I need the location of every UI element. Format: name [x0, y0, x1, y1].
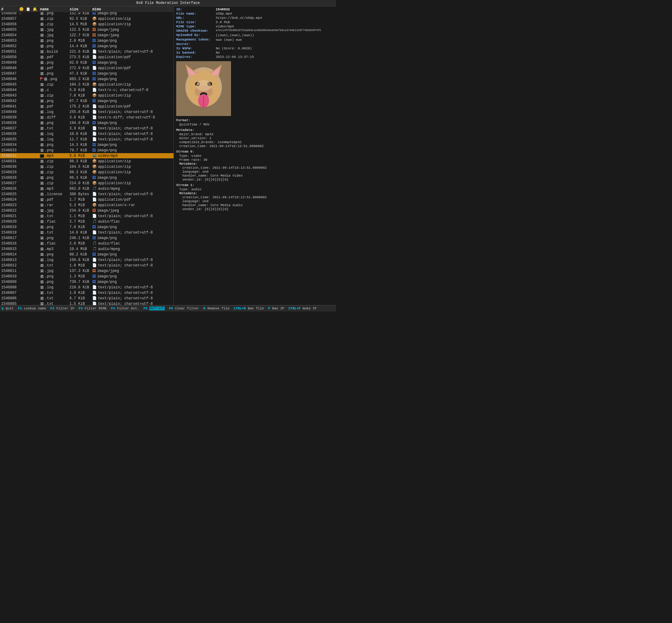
table-row[interactable]: 1548826 🖼.mp3 862.0 KiB 🎵audio/mpeg — [0, 186, 174, 191]
cell-id: 1548846 — [0, 77, 18, 82]
table-row[interactable]: 1548852 🖼.png 14.4 KiB 🖼image/png — [0, 43, 174, 49]
table-row[interactable]: 1548807 🖼.txt 1.8 KiB 📄text/plain; chars… — [0, 290, 174, 296]
table-row[interactable]: 1548835 🖼.log 11.7 KiB 📄text/plain; char… — [0, 137, 174, 142]
cell-id: 1548813 — [0, 257, 18, 263]
table-row[interactable]: 1548820 🖼.flac 2.7 MiB 🎵audio/flac — [0, 219, 174, 225]
table-row[interactable]: 1548854 🖼.jpg 122.7 KiB 🖼image/jpeg — [0, 33, 174, 38]
table-row[interactable]: 1548849 🖼.png 82.0 KiB 🖼image/png — [0, 60, 174, 65]
table-row[interactable]: 1548821 🖼.txt 1.1 MiB 📄text/plain; chars… — [0, 213, 174, 219]
stream1-meta-header: Metadata: — [179, 191, 334, 195]
bottom-btn-r[interactable]: R Remove file — [203, 306, 231, 310]
metadata-block: major_brand: mp42 minor_version: 1 compa… — [179, 132, 334, 148]
cell-id: 1548810 — [0, 274, 18, 279]
cell-mime: 📄text/plain; charset=utf-8 — [91, 285, 174, 290]
detail-nsfw-label: Is NSFW: — [176, 47, 216, 50]
cell-mime: 📦application/zip — [91, 170, 174, 175]
table-row[interactable]: 1548839 🖼.diff 3.8 KiB 📄text/x-diff; cha… — [0, 115, 174, 120]
bottom-btn-p[interactable]: P Ban IP — [267, 306, 285, 310]
table-row[interactable]: 1548823 🖼.rar 5.3 MiB 📦application/x-rar — [0, 203, 174, 208]
table-row[interactable]: 1548833 🖼.png 79.7 KiB 🖼image/png — [0, 148, 174, 153]
cell-icons — [18, 290, 38, 296]
cell-mime: 📄text/plain; charset=utf-8 — [91, 213, 174, 219]
bottom-btn-f2[interactable]: F2 Filter IP — [49, 306, 75, 310]
table-row[interactable]: 1548850 🖼.pdf 273.5 KiB 📄application/pdf — [0, 55, 174, 60]
file-list[interactable]: # 😊 📋 🔔 name size mime 1548861 😊 🖼.png 7… — [0, 6, 174, 305]
table-row[interactable]: 1548845 🖼.zip 104.3 KiB 📦application/zip — [0, 82, 174, 87]
bottom-btn-f6[interactable]: F6 Clear filter — [168, 306, 200, 310]
detail-filesize-label: File size: — [176, 21, 216, 24]
bottom-btn-ctrl-r[interactable]: CTRL+R Ban file — [233, 306, 265, 310]
cell-mime: 🖼image/png — [91, 43, 174, 49]
table-row[interactable]: 1548847 🖼.png 47.3 KiB 🖼image/png — [0, 71, 174, 77]
cell-icons — [18, 159, 38, 164]
table-row[interactable]: 1548837 🖼.txt 3.9 KiB 📄text/plain; chars… — [0, 126, 174, 131]
table-row[interactable]: 1548813 🖼.log 156.8 KiB 📄text/plain; cha… — [0, 257, 174, 263]
table-row[interactable]: 1548824 🖼.pdf 1.7 MiB 📄application/pdf — [0, 197, 174, 203]
table-row[interactable]: 1548853 🖼.png 2.0 MiB 🖼image/png — [0, 38, 174, 43]
table-row[interactable]: 1548838 🖼.png 194.0 KiB 🖼image/png — [0, 120, 174, 126]
file-table: # 😊 📋 🔔 name size mime 1548861 😊 🖼.png 7… — [0, 6, 174, 305]
table-row[interactable]: 1548825 🖼.license 380 Bytes 📄text/plain;… — [0, 191, 174, 197]
detail-url-value: https://0x0.st/o58p.mp4 — [216, 16, 262, 20]
bottom-btn-f1[interactable]: F1 Lookup name — [17, 306, 47, 310]
table-row[interactable]: 1548818 🖼.txt 14.0 KiB 📄text/plain; char… — [0, 230, 174, 235]
cell-id: 1548808 — [0, 285, 18, 290]
table-row[interactable]: 1548827 🖼.zip 214.0 KiB 📦application/zip — [0, 181, 174, 186]
cell-mime: 📦application/zip — [91, 82, 174, 87]
cell-mime: 🖼image/jpeg — [91, 27, 174, 33]
table-row[interactable]: 1548843 🖼.zip 7.8 KiB 📦application/zip — [0, 93, 174, 98]
table-row[interactable]: 1548808 🖼.log 210.8 KiB 📄text/plain; cha… — [0, 285, 174, 290]
table-row[interactable]: 1548829 🖼.zip 98.3 KiB 📦application/zip — [0, 170, 174, 175]
cell-icons — [18, 175, 38, 181]
bottom-btn-ctrl-p[interactable]: CTRL+P Nuke IP — [287, 306, 317, 310]
bottom-btn-q[interactable]: Q Quit — [1, 306, 14, 310]
cell-id: 1548824 — [0, 197, 18, 203]
table-row[interactable]: 1548848 🖼.pdf 272.9 KiB 📄application/pdf — [0, 65, 174, 71]
cell-id: 1548835 — [0, 137, 18, 142]
cell-size: 221.6 KiB — [68, 49, 91, 55]
table-row[interactable]: 1548809 🖼.png 739.7 KiB 🖼image/png — [0, 279, 174, 285]
stream0-vendor-id: vendor_id: [0][0][0][0] — [182, 178, 334, 181]
cell-icons — [18, 60, 38, 65]
col-header-size: size — [68, 6, 91, 12]
table-row[interactable]: 1548814 🖼.png 80.2 KiB 🖼image/png — [0, 252, 174, 257]
table-row[interactable]: 1548834 🖼.png 14.3 KiB 🖼image/png — [0, 142, 174, 148]
table-row[interactable]: 1548832 🖼.mp4 5.0 MiB 📹video/mp4 — [0, 153, 174, 159]
detail-filename-value: o58p.mp4 — [216, 12, 232, 16]
cell-size: 1.0 MiB — [68, 263, 91, 268]
table-row[interactable]: 1548856 🖼.zip 14.5 MiB 📦application/zip — [0, 22, 174, 27]
table-row[interactable]: 1548805 🖼.txt 1.5 KiB 📄text/plain; chars… — [0, 301, 174, 305]
table-row[interactable]: 1548815 🖼.mp3 10.4 MiB 🎵audio/mpeg — [0, 246, 174, 252]
bottom-btn-f4[interactable]: F4 Filter Ext. — [110, 306, 140, 310]
cell-icons — [18, 213, 38, 219]
table-row[interactable]: 1548851 🖼.build 221.6 KiB 📄text/plain; c… — [0, 49, 174, 55]
table-row[interactable]: 1548812 🖼.txt 1.0 MiB 📄text/plain; chars… — [0, 263, 174, 268]
table-row[interactable]: 1548831 🖼.zip 98.3 KiB 📦application/zip — [0, 159, 174, 164]
table-row[interactable]: 1548841 🖼.pdf 175.2 KiB 📄application/pdf — [0, 104, 174, 109]
table-row[interactable]: 1548819 🖼.png 7.8 KiB 🖼image/png — [0, 225, 174, 230]
meta-creation-time: creation_time: 2021-09-14T16:13:51.00000… — [179, 144, 334, 148]
cell-size: 1.5 KiB — [68, 301, 91, 305]
table-row[interactable]: 1548842 🖼.png 67.7 KiB 🖼image/png — [0, 98, 174, 104]
cell-id: 1548837 — [0, 126, 18, 131]
table-row[interactable]: 1548830 🖼.zip 164.5 KiB 📦application/zip — [0, 164, 174, 170]
table-row[interactable]: 1548816 🖼.flac 2.6 MiB 🎵audio/flac — [0, 241, 174, 246]
table-row[interactable]: 1548811 🖼.jpg 137.3 KiB 🖼image/jpeg — [0, 268, 174, 274]
cell-id: 1548812 — [0, 263, 18, 268]
table-row[interactable]: 1548817 🖼.png 248.1 KiB 🖼image/png — [0, 235, 174, 241]
table-row[interactable]: 1548810 🖼.png 1.3 MiB 🖼image/png — [0, 274, 174, 279]
bottom-btn-f3[interactable]: F3 Filter MIME — [78, 306, 108, 310]
table-row[interactable]: 1548857 🖼.zip 92.5 KiB 📦application/zip — [0, 16, 174, 22]
bottom-btn-f5[interactable]: F5 Refresh — [143, 306, 165, 310]
cell-icons — [18, 263, 38, 268]
table-row[interactable]: 1548836 🖼.log 10.8 KiB 📄text/plain; char… — [0, 131, 174, 137]
cell-size: 92.5 KiB — [68, 16, 91, 22]
table-row[interactable]: 1548806 🖼.txt 6.7 KiB 📄text/plain; chars… — [0, 296, 174, 301]
cell-id: 1548820 — [0, 219, 18, 225]
table-row[interactable]: 1548855 🖼.jpg 122.5 KiB 🖼image/jpeg — [0, 27, 174, 33]
table-row[interactable]: 1548846 🚩🖼.png 883.3 KiB 🖼image/png — [0, 77, 174, 82]
table-row[interactable]: 1548844 🖼.c 5.8 KiB 📄text/x-c; charset=u… — [0, 87, 174, 93]
table-row[interactable]: 1548828 🖼.png 96.3 KiB 🖼image/png — [0, 175, 174, 181]
table-row[interactable]: 1548840 🖼.log 255.8 KiB 📄text/plain; cha… — [0, 109, 174, 115]
table-row[interactable]: 1548822 🖼.jpg 234.9 KiB 🖼image/jpeg — [0, 208, 174, 213]
